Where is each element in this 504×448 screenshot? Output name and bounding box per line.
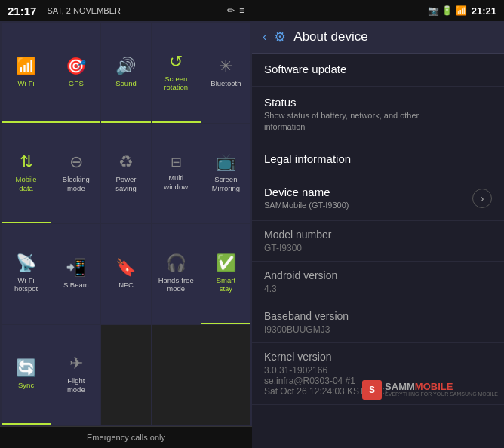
toggle-mobile-data[interactable]: ⇅ Mobiledata — [2, 124, 51, 224]
smartstay-icon: ✅ — [216, 253, 236, 273]
toggle-sound-label: Sound — [115, 79, 136, 87]
toggle-wifi[interactable]: 📶 Wi-Fi — [2, 23, 51, 123]
emergency-text: Emergency calls only — [87, 433, 165, 442]
right-time: 21:21 — [472, 5, 496, 17]
kernel-label: Kernel version — [264, 351, 492, 363]
left-status-bar: 21:17 SAT, 2 NOVEMBER ✏ ≡ — [0, 0, 252, 21]
toggle-power-saving[interactable]: ♻ Powersaving — [101, 124, 150, 224]
sync-icon: 🔄 — [16, 358, 36, 378]
left-date: SAT, 2 NOVEMBER — [47, 6, 121, 15]
legal-title: Legal information — [264, 152, 351, 165]
android-version-label: Android version — [264, 269, 492, 281]
toggle-multi-window[interactable]: ⊟ Multiwindow — [152, 124, 201, 224]
power-icon: ♻ — [118, 152, 134, 172]
toggle-mobile-data-label: Mobiledata — [16, 175, 37, 192]
software-update-title: Software update — [264, 63, 346, 75]
legal-item[interactable]: Legal information — [252, 143, 504, 176]
toggle-smart-stay[interactable]: ✅ Smartstay — [201, 224, 250, 324]
left-panel: 21:17 SAT, 2 NOVEMBER ✏ ≡ 📶 Wi-Fi 🎯 GPS … — [0, 0, 252, 448]
sound-icon: 🔊 — [115, 57, 136, 76]
model-number-label: Model number — [264, 229, 492, 241]
toggle-handsfree-label: Hands-freemode — [158, 276, 194, 293]
nfc-icon: 🔖 — [115, 258, 136, 278]
back-icon[interactable]: ‹ — [263, 30, 266, 44]
toggle-sync-label: Sync — [18, 381, 34, 389]
toggle-flight-label: Flightmode — [67, 376, 85, 394]
toggle-rotation-label: Screenrotation — [164, 75, 188, 92]
list-icon: ≡ — [239, 5, 244, 16]
gps-icon: 🎯 — [66, 57, 86, 76]
bluetooth-icon: ✳ — [219, 57, 232, 76]
sammobile-overlay: S SAMMMOBILE EVERYTHING FOR YOUR SAMSUNG… — [362, 380, 498, 400]
mirroring-icon: 📺 — [216, 152, 236, 172]
right-panel: 📷 🔋 📶 21:21 ‹ ⚙ About device Software up… — [252, 0, 504, 448]
blocking-icon: ⊖ — [69, 152, 83, 172]
flight-icon: ✈ — [69, 354, 83, 373]
baseband-value: I9300BUUGMJ3 — [264, 324, 492, 335]
sbeam-icon: 📲 — [66, 258, 86, 278]
toggle-mirroring-label: ScreenMirroring — [212, 175, 240, 192]
right-status-bar: 📷 🔋 📶 21:21 — [252, 0, 504, 21]
baseband-version-item: Baseband version I9300BUUGMJ3 — [252, 302, 504, 343]
toggle-screen-rotation[interactable]: ↺ Screenrotation — [152, 23, 201, 123]
toggle-gps[interactable]: 🎯 GPS — [51, 23, 100, 123]
toggle-nfc[interactable]: 🔖 NFC — [101, 224, 150, 324]
right-status-icons: 📷 🔋 📶 — [428, 5, 467, 16]
rotation-icon: ↺ — [169, 52, 183, 72]
page-title: About device — [293, 29, 367, 44]
multi-window-icon: ⊟ — [171, 154, 182, 170]
gear-icon: ⚙ — [274, 29, 286, 45]
toggle-blocking-mode[interactable]: ⊖ Blockingmode — [51, 124, 100, 224]
left-status-icons: ✏ ≡ — [227, 5, 244, 16]
toggle-s-beam[interactable]: 📲 S Beam — [51, 224, 100, 324]
emergency-bar: Emergency calls only — [0, 426, 252, 448]
toggle-sync[interactable]: 🔄 Sync — [2, 325, 51, 425]
empty-cell-3 — [201, 325, 250, 425]
edit-icon: ✏ — [227, 5, 235, 16]
toggle-screen-mirroring[interactable]: 📺 ScreenMirroring — [201, 124, 250, 224]
toggle-bluetooth[interactable]: ✳ Bluetooth — [201, 23, 250, 123]
toggle-bluetooth-label: Bluetooth — [211, 79, 241, 87]
status-title: Status — [264, 96, 419, 109]
sammobile-text: SAMMMOBILE EVERYTHING FOR YOUR SAMSUNG M… — [385, 382, 498, 397]
device-name-chevron: › — [472, 189, 492, 208]
mobile-data-icon: ⇅ — [20, 152, 33, 172]
model-number-item: Model number GT-I9300 — [252, 221, 504, 262]
sammobile-logo-box: S — [362, 380, 382, 400]
toggle-power-label: Powersaving — [115, 175, 136, 192]
toggle-gps-label: GPS — [69, 79, 84, 87]
software-update-item[interactable]: Software update — [252, 54, 504, 87]
empty-cell-1 — [101, 325, 150, 425]
toggle-blocking-label: Blockingmode — [63, 175, 90, 192]
toggle-nfc-label: NFC — [118, 281, 134, 289]
model-number-value: GT-I9300 — [264, 243, 492, 253]
kernel-version-item: Kernel version 3.0.31-1902166se.infra@R0… — [252, 343, 504, 405]
device-name-label: Device name — [264, 186, 349, 198]
toggle-smartstay-label: Smartstay — [217, 276, 235, 293]
device-name-item[interactable]: Device name SAMMobile (GT-I9300) › — [252, 176, 504, 221]
toggle-sound[interactable]: 🔊 Sound — [101, 23, 150, 123]
toggle-flight-mode[interactable]: ✈ Flightmode — [51, 325, 100, 425]
handsfree-icon: 🎧 — [166, 253, 186, 273]
android-version-value: 4.3 — [264, 284, 492, 294]
samm-text: SAMM — [385, 381, 415, 392]
right-header: ‹ ⚙ About device — [252, 21, 504, 54]
toggle-sbeam-label: S Beam — [63, 281, 89, 289]
quick-toggles-grid: 📶 Wi-Fi 🎯 GPS 🔊 Sound ↺ Screenrotation ✳… — [0, 21, 252, 426]
status-item[interactable]: Status Show status of battery, network, … — [252, 87, 504, 143]
hotspot-icon: 📡 — [16, 253, 36, 273]
baseband-label: Baseband version — [264, 310, 492, 322]
wifi-icon: 📶 — [16, 57, 36, 76]
empty-cell-2 — [152, 325, 201, 425]
status-subtitle: Show status of battery, network, and oth… — [264, 110, 419, 133]
sammobile-tagline: EVERYTHING FOR YOUR SAMSUNG MOBILE — [385, 391, 498, 397]
toggle-hands-free[interactable]: 🎧 Hands-freemode — [152, 224, 201, 324]
android-version-item: Android version 4.3 — [252, 262, 504, 302]
sammobile-name: SAMMMOBILE — [385, 382, 498, 391]
toggle-wifi-label: Wi-Fi — [18, 79, 35, 87]
mobile-text: MOBILE — [415, 381, 453, 392]
toggle-hotspot-label: Wi-Fihotspot — [14, 276, 38, 293]
device-name-value: SAMMobile (GT-I9300) — [264, 200, 349, 211]
toggle-multi-label: Multiwindow — [164, 173, 188, 191]
toggle-wifi-hotspot[interactable]: 📡 Wi-Fihotspot — [2, 224, 51, 324]
